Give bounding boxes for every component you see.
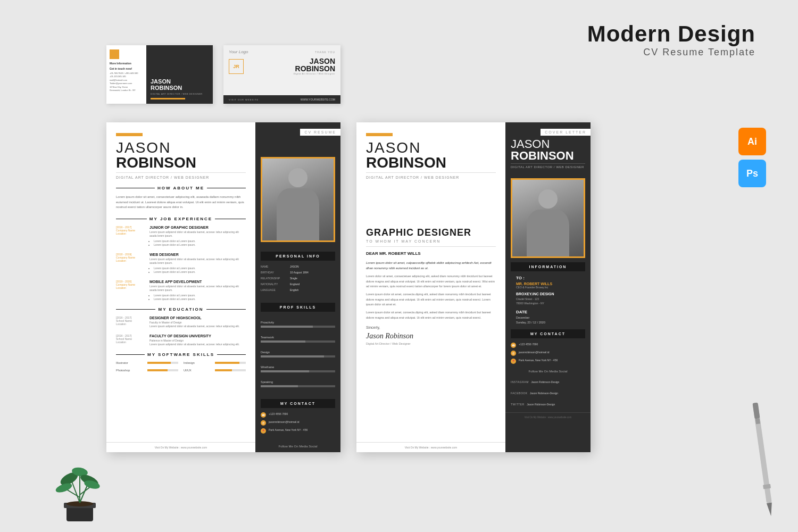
cover-to-label: TO : [516, 276, 580, 280]
bcard2-initials: JR [229, 59, 244, 74]
bcard2-bottom: VISIT OUR WEBSITE WWW.YOURWEBSITE.COM [223, 95, 340, 104]
business-card-2: Your Logo THANK YOU JR JASON ROBINSON Di… [223, 45, 340, 104]
cv-job-2-detail: Web Designer Lorem ipsum adipismd dolor … [149, 253, 246, 275]
bcard1-info-text: More Information [110, 62, 143, 65]
business-card-1: More Information Get in touch now! +01-7… [106, 45, 213, 104]
cover-date-block: DATE December Sunday, 23 / 12 / 2020 [511, 310, 585, 329]
cv-experience-title: MY JOB EXPERIENCE [116, 217, 246, 221]
cover-sig-title: Digital Art Director / Web Designer [366, 342, 496, 345]
cover-sidebar-footer: Visit On My Website : www.yourwebsite.co… [505, 412, 591, 422]
plant-decoration [48, 460, 112, 524]
cover-social: Follow Me On Media Social Instagram Jaso… [505, 367, 591, 412]
pen-decoration [750, 402, 777, 522]
cv-last-name: ROBINSON [116, 155, 246, 170]
cv-role: Digital Art Director / Web Designer [116, 172, 246, 179]
cv-left-column: JASON ROBINSON Digital Art Director / We… [106, 122, 255, 452]
skill-indesign: Indesign [184, 361, 246, 364]
bcard2-name: JASON ROBINSON [294, 57, 335, 72]
cv-accent-bar [116, 133, 143, 136]
cv-social: Follow Me On Media Social Instagram Jaso… [255, 440, 340, 452]
bcard1-name: JASON ROBINSON [151, 78, 209, 91]
cover-profile-photo [511, 178, 585, 258]
cv-right-sidebar: CV RESUME PERSONAL INFO NameJASON [255, 122, 340, 452]
skill-uiux: UI/UX [184, 369, 246, 372]
bcard1-get-in-touch: Get in touch now! [110, 67, 143, 71]
bcard2-subtitle: Digital Art Director / Web Designer [294, 72, 335, 75]
page-title: Modern Design [587, 21, 755, 47]
cv-personal-info: PERSONAL INFO NameJASON Birthday10 Augus… [255, 247, 340, 298]
cover-page: JASON ROBINSON Digital Art Director / We… [356, 122, 591, 452]
cv-edu-1: [2016 - 2017] School Name Location Desig… [116, 316, 246, 329]
cv-job-2: [2018 - 2019] Company Name Location Web … [116, 253, 246, 275]
cv-footer: Visit On My Website : www.yourwebsite.co… [106, 442, 255, 452]
cv-education-title: MY EDUCATION [116, 307, 246, 312]
cover-to-title: CEO & Founder Broxey.Inc [516, 286, 580, 289]
bcard1-contact-info: +01-748-7643 / +001-443-560 +01-123-345-… [110, 72, 143, 92]
cv-job-1-years: [2016 - 2017] Company Name Location [116, 226, 145, 247]
cover-to-block: TO : MR. ROBERT WILLS CEO & Founder Brox… [511, 271, 585, 310]
bcard2-logo: Your Logo [229, 49, 248, 54]
svg-line-6 [66, 489, 80, 497]
cover-body-3: Lorem ipsum dolor sit amet, consecta.dip… [366, 292, 496, 307]
skill-illustrator: Illustrator [116, 361, 178, 364]
cover-date-full: Sunday, 23 / 12 / 2020 [516, 320, 580, 325]
cover-signature: Jason Robinson [366, 332, 496, 340]
photoshop-icon: Ps [738, 160, 766, 187]
svg-line-3 [72, 481, 80, 503]
svg-rect-15 [755, 418, 760, 424]
cover-date-label: DATE [516, 310, 580, 314]
cv-software-title: MY SOFTWARE SKILLS [116, 352, 246, 357]
svg-marker-16 [767, 503, 774, 517]
svg-rect-14 [752, 402, 760, 419]
cv-about-title: HOW ABOUT ME [116, 186, 246, 190]
cv-job-2-years: [2018 - 2019] Company Name Location [116, 253, 145, 275]
cover-body-2: Lorem dolor sit amet, consectetuer adipi… [366, 274, 496, 289]
bcard2-name-block: JASON ROBINSON Digital Art Director / We… [294, 57, 335, 75]
cover-info-section: INFORMATION TO : MR. ROBERT WILLS CEO & … [505, 262, 591, 329]
cv-contact-title: MY CONTACT [261, 399, 335, 408]
page-subtitle: CV Resume Template [587, 47, 755, 58]
cover-role: Digital Art Director / Web Designer [366, 172, 496, 179]
cv-contact: MY CONTACT ☎+123 4556 7890 @jasonrobinso… [255, 395, 340, 440]
cover-right-sidebar: COVER LETTER JASON ROBINSON Digital Art … [505, 122, 591, 452]
cv-about-text: Lorem ipsum dolor sit amet, consectetuer… [116, 195, 246, 210]
cv-edu-1-detail: Designer of Highschool Faculty in Master… [149, 316, 239, 329]
cv-label: CV RESUME [300, 129, 340, 136]
cover-sincerely: Sincerly, [366, 326, 496, 329]
cover-to-name: MR. ROBERT WILLS [516, 282, 580, 286]
bcard1-title: Digital Art Director / Web Designer [151, 93, 209, 95]
cv-first-name: JASON [116, 140, 246, 155]
cover-info-title: INFORMATION [511, 262, 585, 271]
cv-software-skills: Illustrator Indesign Photoshop UI/UX [116, 361, 246, 374]
person-photo [262, 159, 334, 240]
bcard1-orange-square [110, 49, 119, 59]
skill-photoshop: Photoshop [116, 369, 178, 372]
bcard2-website: WWW.YOURWEBSITE.COM [301, 98, 335, 101]
tool-icons: Ai Ps [738, 128, 766, 187]
cv-profile-photo [261, 157, 335, 242]
cover-company-name: BROXEY.INC DESIGN [516, 292, 580, 296]
main-pages: JASON ROBINSON Digital Art Director / We… [106, 122, 591, 452]
bcard1-dark-side: JASON ROBINSON Digital Art Director / We… [146, 45, 213, 104]
cover-date-month: December [516, 315, 580, 320]
cover-left-column: JASON ROBINSON Digital Art Director / We… [356, 122, 505, 452]
bcard1-left-side: More Information Get in touch now! +01-7… [106, 45, 146, 104]
cover-body-4: Lorem ipsum dolor sit amet, consecta.dip… [366, 310, 496, 320]
cv-job-3: [2019 - 2020] Company Name Location Mobi… [116, 280, 246, 302]
cv-job-1: [2016 - 2017] Company Name Location Juni… [116, 226, 246, 247]
bcard1-accent-bar [151, 98, 185, 99]
cv-prof-skills-title: PROF SKILLS [261, 303, 335, 312]
cv-job-3-years: [2019 - 2020] Company Name Location [116, 280, 145, 302]
cv-job-1-detail: Junior of Graphic Designer Lorem ipsum a… [149, 226, 246, 247]
cover-gd-title: GRAPHIC DESIGNER [366, 227, 496, 238]
business-cards-row: More Information Get in touch now! +01-7… [106, 45, 340, 104]
bcard2-top: Your Logo THANK YOU [223, 45, 340, 56]
cover-label: COVER LETTER [541, 129, 591, 136]
svg-line-7 [80, 487, 90, 495]
cv-job-3-detail: Mobile App Development Lorem ipsum adipi… [149, 280, 246, 302]
bcard2-middle: JR JASON ROBINSON Digital Art Director /… [223, 56, 340, 76]
cover-contact-title: MY CONTACT [511, 329, 585, 338]
cover-contact-section: MY CONTACT ☎+123 4556 7890 @jasonrobinso… [505, 329, 591, 364]
bcard2-visit: VISIT OUR WEBSITE [229, 98, 259, 101]
cv-edu-2: [2016 - 2017] School Name Location Facul… [116, 334, 246, 347]
